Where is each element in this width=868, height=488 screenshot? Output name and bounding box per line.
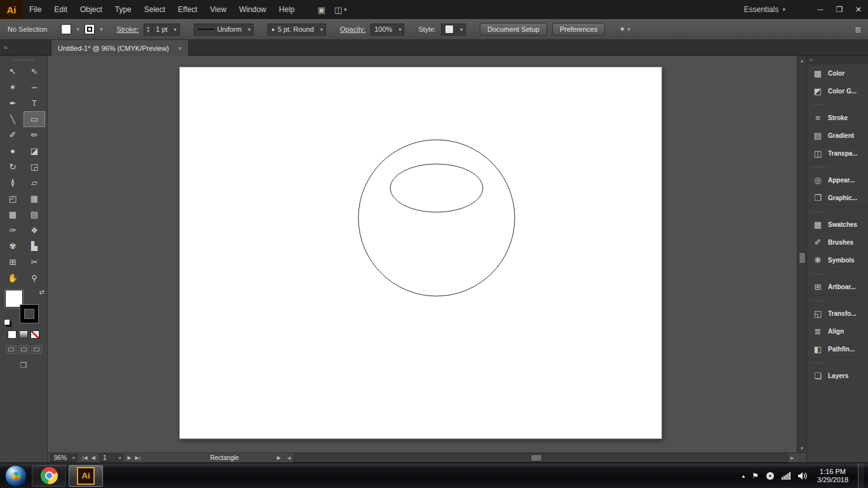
- panel-symbols[interactable]: ❋Symbols: [807, 251, 868, 269]
- stroke-weight-value[interactable]: 1 pt: [153, 24, 170, 35]
- eraser-tool[interactable]: ◪: [24, 143, 45, 159]
- panel-align[interactable]: ≣Align: [807, 322, 868, 340]
- gradient-button[interactable]: [19, 330, 28, 339]
- taskbar-illustrator-button[interactable]: Ai: [69, 465, 103, 487]
- stepper-arrows[interactable]: ▲▼: [144, 24, 153, 35]
- magic-wand-tool[interactable]: ✶: [2, 79, 24, 95]
- chevron-down-icon[interactable]: ▾: [116, 456, 123, 461]
- scroll-up-icon[interactable]: ▲: [797, 56, 806, 65]
- panel-color-guide[interactable]: ◩Color G...: [807, 82, 868, 100]
- status-expand-icon[interactable]: ▶: [277, 455, 281, 461]
- app-logo[interactable]: Ai: [0, 0, 23, 19]
- horizontal-scrollbar[interactable]: ◀ ▶: [285, 453, 797, 463]
- panel-gradient[interactable]: ▤Gradient: [807, 126, 868, 144]
- hand-tool[interactable]: ✋: [2, 270, 24, 286]
- chevron-down-icon[interactable]: ▾: [76, 26, 79, 32]
- close-button[interactable]: ✕: [849, 0, 868, 19]
- stroke-color-indicator[interactable]: [20, 305, 38, 323]
- volume-icon[interactable]: [798, 472, 808, 480]
- hidden-icons-button[interactable]: ▴: [742, 473, 745, 479]
- panel-brushes[interactable]: ✐Brushes: [807, 233, 868, 251]
- spinner-down-icon[interactable]: ▼: [146, 29, 150, 33]
- brush-definition-dropdown[interactable]: ●5 pt. Round ▾: [268, 24, 326, 36]
- circle-shape[interactable]: [358, 140, 515, 296]
- mesh-tool[interactable]: ▩: [2, 207, 24, 222]
- menu-type[interactable]: Type: [109, 0, 138, 19]
- vertical-scrollbar[interactable]: ▲ ▼: [797, 56, 806, 452]
- chevron-down-icon[interactable]: ▾: [395, 27, 403, 32]
- chevron-down-icon[interactable]: ▾: [100, 26, 103, 32]
- panel-dock-header[interactable]: «: [807, 56, 868, 64]
- menu-object[interactable]: Object: [74, 0, 109, 19]
- color-button[interactable]: [8, 330, 17, 339]
- panel-layers[interactable]: ❏Layers: [807, 367, 868, 384]
- workspace-switcher[interactable]: Essentials ▾: [744, 5, 785, 14]
- pen-tool[interactable]: ✒: [2, 95, 24, 111]
- panel-artboards[interactable]: ⊞Artboar...: [807, 278, 868, 295]
- scroll-right-icon[interactable]: ▶: [788, 456, 797, 461]
- draw-normal-button[interactable]: [6, 345, 17, 354]
- cd-drive-icon[interactable]: [766, 471, 775, 480]
- blend-tool[interactable]: ❖: [24, 222, 45, 238]
- style-dropdown[interactable]: ▾: [441, 24, 466, 36]
- direct-selection-tool[interactable]: ⇖: [24, 64, 45, 79]
- paintbrush-tool[interactable]: ✐: [2, 127, 24, 143]
- scroll-down-icon[interactable]: ▼: [797, 444, 806, 452]
- panel-transform[interactable]: ◱Transfo...: [807, 304, 868, 322]
- expand-panels-icon[interactable]: «: [810, 57, 813, 63]
- chevron-down-icon[interactable]: ▾: [171, 27, 179, 32]
- taskbar-clock[interactable]: 1:16 PM 3/29/2018: [817, 468, 848, 484]
- stroke-swatch[interactable]: [85, 24, 95, 34]
- select-similar-options-icon[interactable]: ✦ ▾: [619, 25, 630, 34]
- control-panel-menu-icon[interactable]: ≣: [855, 25, 862, 34]
- collapse-panels-icon[interactable]: «: [4, 43, 8, 51]
- chevron-down-icon[interactable]: ▾: [457, 27, 465, 32]
- stroke-weight-label[interactable]: Stroke:: [116, 25, 139, 33]
- show-desktop-button[interactable]: [858, 463, 864, 488]
- blob-brush-tool[interactable]: ●: [2, 143, 24, 159]
- scale-tool[interactable]: ◲: [24, 159, 45, 175]
- artboard[interactable]: [179, 67, 662, 439]
- perspective-grid-tool[interactable]: ▦: [24, 191, 45, 207]
- stroke-weight-stepper[interactable]: ▲▼ 1 pt ▾: [144, 24, 179, 36]
- artboard-tool[interactable]: ⊞: [2, 254, 24, 270]
- free-transform-tool[interactable]: ▱: [24, 175, 45, 191]
- slice-tool[interactable]: ✂: [24, 254, 45, 270]
- width-tool[interactable]: ≬: [2, 175, 24, 191]
- type-tool[interactable]: T: [24, 95, 45, 111]
- symbol-sprayer-tool[interactable]: ✾: [2, 238, 24, 254]
- artboard-number-dropdown[interactable]: 1 ▾: [99, 454, 124, 462]
- tab-close-icon[interactable]: ×: [178, 44, 182, 52]
- horizontal-scroll-thumb[interactable]: [531, 454, 542, 461]
- menu-window[interactable]: Window: [233, 0, 273, 19]
- rotate-tool[interactable]: ↻: [2, 159, 24, 175]
- line-segment-tool[interactable]: ╲: [2, 111, 24, 127]
- chevron-down-icon[interactable]: ▾: [245, 27, 253, 32]
- restore-button[interactable]: ❐: [830, 0, 849, 19]
- start-button[interactable]: [5, 465, 27, 487]
- menu-help[interactable]: Help: [273, 0, 301, 19]
- action-center-flag-icon[interactable]: ⚑: [752, 471, 759, 480]
- shape-builder-tool[interactable]: ◰: [2, 191, 24, 207]
- previous-artboard-button[interactable]: ◀: [92, 455, 95, 461]
- swap-fill-stroke-icon[interactable]: ⇄: [39, 288, 44, 295]
- menu-select[interactable]: Select: [138, 0, 172, 19]
- panel-graphic-styles[interactable]: ❐Graphic...: [807, 189, 868, 207]
- menu-view[interactable]: View: [204, 0, 233, 19]
- zoom-tool[interactable]: ⚲: [24, 270, 45, 286]
- tools-panel-grip[interactable]: [0, 56, 47, 64]
- selection-tool[interactable]: ↖: [2, 64, 24, 79]
- app-window-icon[interactable]: ▣: [318, 5, 325, 15]
- menu-edit[interactable]: Edit: [48, 0, 74, 19]
- lasso-tool[interactable]: ∽: [24, 79, 45, 95]
- document-tab[interactable]: Untitled-1* @ 96% (CMYK/Preview) ×: [51, 40, 189, 56]
- artboard-canvas[interactable]: [180, 67, 661, 438]
- preferences-button[interactable]: Preferences: [552, 23, 605, 36]
- panel-appearance[interactable]: ◎Appear...: [807, 171, 868, 189]
- first-artboard-button[interactable]: |◀: [83, 455, 88, 461]
- vertical-scroll-track[interactable]: [797, 65, 806, 444]
- document-setup-button[interactable]: Document Setup: [480, 23, 547, 36]
- chevron-down-icon[interactable]: ▾: [70, 456, 77, 461]
- draw-inside-button[interactable]: [31, 345, 42, 354]
- gradient-tool[interactable]: ▤: [24, 207, 45, 222]
